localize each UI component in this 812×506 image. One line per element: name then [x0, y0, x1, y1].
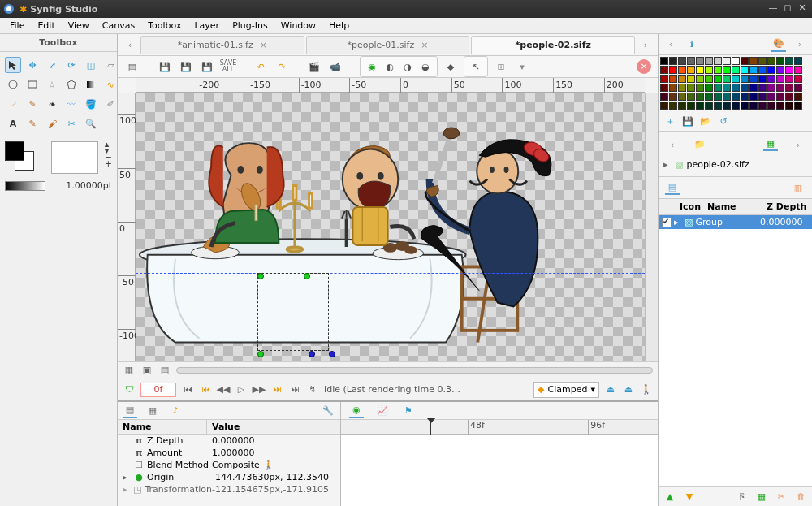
- tab-people-02[interactable]: *people-02.sifz: [471, 36, 635, 54]
- interpolation-dropdown[interactable]: ◆ Clamped ▾: [533, 382, 599, 398]
- palette-swatch[interactable]: [776, 102, 784, 110]
- palette-swatch[interactable]: [741, 93, 749, 101]
- param-row[interactable]: ▸◳Transformation-121.154675px,-171.9105: [118, 483, 340, 495]
- menu-file[interactable]: File: [3, 19, 31, 32]
- tool-zoom[interactable]: 🔍: [83, 115, 99, 132]
- param-value[interactable]: 1.000000: [212, 448, 335, 458]
- zoom-in-icon[interactable]: ▤: [158, 364, 171, 377]
- palette-swatch[interactable]: [732, 93, 740, 101]
- sets-tab-icon[interactable]: ▥: [791, 180, 806, 195]
- tool-brush[interactable]: 🖌: [44, 115, 60, 132]
- palette-swatch[interactable]: [705, 57, 713, 65]
- maximize-button[interactable]: ◻: [781, 2, 794, 15]
- menu-layer[interactable]: Layer: [188, 19, 226, 32]
- palette-swatch[interactable]: [767, 75, 775, 83]
- grid-menu-icon[interactable]: ▾: [514, 58, 530, 75]
- palette-swatch[interactable]: [714, 102, 722, 110]
- tool-eyedropper[interactable]: ✐: [102, 96, 119, 112]
- tab-nav-next[interactable]: ›: [637, 37, 654, 53]
- params-tab-icon[interactable]: ▤: [123, 404, 137, 418]
- palette-swatch[interactable]: [678, 84, 686, 92]
- palette-swatch[interactable]: [758, 102, 767, 110]
- header-zdepth[interactable]: Z Depth: [763, 199, 812, 214]
- palette-swatch[interactable]: [776, 57, 784, 65]
- palette-swatch[interactable]: [669, 102, 677, 110]
- layer-cut-icon[interactable]: ✂: [775, 490, 788, 503]
- palette-swatch[interactable]: [669, 84, 677, 92]
- palette-swatch[interactable]: [767, 93, 775, 101]
- tab-nav-prev[interactable]: ‹: [121, 37, 139, 53]
- onion-future-icon[interactable]: ◑: [400, 58, 416, 75]
- close-canvas-button[interactable]: ×: [637, 59, 651, 74]
- palette-swatch[interactable]: [741, 84, 749, 92]
- palette-swatch[interactable]: [767, 102, 775, 110]
- zoom-fit-icon[interactable]: ▦: [123, 364, 136, 377]
- palette-tab-icon[interactable]: 🎨: [771, 37, 786, 52]
- param-row[interactable]: πZ Depth0.000000: [118, 435, 340, 447]
- guide-horizontal[interactable]: [136, 273, 645, 274]
- palette-default-icon[interactable]: ↺: [717, 115, 730, 128]
- palette-swatch[interactable]: [749, 75, 758, 83]
- tool-polygon[interactable]: [63, 76, 80, 93]
- palette-add-icon[interactable]: ＋: [663, 115, 676, 128]
- palette-swatch[interactable]: [687, 102, 695, 110]
- palette-swatch[interactable]: [687, 84, 695, 92]
- redo-icon[interactable]: ↷: [274, 58, 290, 75]
- header-vis[interactable]: [659, 199, 676, 214]
- palette-swatch[interactable]: [723, 75, 731, 83]
- palette-swatch[interactable]: [794, 75, 802, 83]
- palette-swatch[interactable]: [705, 93, 713, 101]
- layers-tab-icon[interactable]: ▤: [665, 180, 680, 195]
- palette-swatch[interactable]: [767, 84, 775, 92]
- palette-swatch[interactable]: [794, 84, 802, 92]
- palette-swatch[interactable]: [767, 57, 775, 65]
- gradient-swatch[interactable]: [5, 181, 45, 191]
- layer-duplicate-icon[interactable]: ⎘: [736, 490, 749, 503]
- fill-color[interactable]: [5, 141, 24, 161]
- timeline-body[interactable]: [341, 435, 658, 506]
- palette-swatch[interactable]: [678, 75, 686, 83]
- palette-swatch[interactable]: [714, 66, 722, 74]
- palette-swatch[interactable]: [669, 66, 677, 74]
- tab-animatic[interactable]: *animatic-01.sifz×: [140, 36, 304, 54]
- palette-swatch[interactable]: [776, 84, 784, 92]
- palette-swatch[interactable]: [776, 93, 784, 101]
- save-all-icon[interactable]: 💾: [199, 58, 215, 75]
- canvas-tree-item[interactable]: ▸ ▧ people-02.sifz: [663, 158, 807, 171]
- frame-input[interactable]: [140, 383, 176, 397]
- nav-next-icon[interactable]: ›: [789, 136, 807, 153]
- snap-cursor-icon[interactable]: ↖: [468, 58, 484, 75]
- palette-save-icon[interactable]: 💾: [681, 115, 694, 128]
- canvas-browser-tab-icon[interactable]: ▦: [763, 136, 778, 151]
- keyframe-lock-icon-2[interactable]: ⏏: [622, 383, 635, 396]
- palette-swatch[interactable]: [794, 93, 802, 101]
- palette-swatch[interactable]: [785, 66, 793, 74]
- palette-swatch[interactable]: [741, 66, 749, 74]
- palette-swatch[interactable]: [696, 66, 704, 74]
- palette-swatch[interactable]: [758, 66, 767, 74]
- tool-spline[interactable]: ∿: [102, 76, 119, 93]
- stroke-width-value[interactable]: 1.00000pt: [50, 180, 112, 191]
- onion-past-icon[interactable]: ◐: [382, 58, 398, 75]
- tool-bone[interactable]: ⟋: [5, 96, 21, 112]
- navigator-tab-icon[interactable]: 📁: [693, 136, 707, 151]
- undo-icon[interactable]: ↶: [253, 58, 269, 75]
- tool-scale[interactable]: ⤢: [44, 57, 60, 73]
- palette-swatch[interactable]: [714, 57, 722, 65]
- palette-swatch[interactable]: [678, 66, 686, 74]
- handle-angle[interactable]: [329, 351, 335, 357]
- save-as-icon[interactable]: 💾: [178, 58, 194, 75]
- palette-swatch[interactable]: [705, 75, 713, 83]
- seek-prev-key-icon[interactable]: ⏮: [199, 383, 212, 396]
- menu-plugins[interactable]: Plug-Ins: [226, 19, 274, 32]
- shield-icon[interactable]: 🛡: [123, 383, 136, 396]
- keyframe-lock-icon[interactable]: ⏏: [604, 383, 617, 396]
- palette-swatch[interactable]: [705, 84, 713, 92]
- ruler-horizontal[interactable]: -200 -150 -100 -50 0 50 100 150 200: [136, 78, 645, 93]
- close-icon[interactable]: ×: [260, 40, 267, 50]
- header-name[interactable]: Name: [118, 420, 207, 434]
- param-value[interactable]: -144.473630px,-112.3540: [212, 472, 335, 482]
- tool-gradient[interactable]: [83, 76, 99, 93]
- animate-mode-icon[interactable]: 🚶: [640, 383, 653, 396]
- tool-mirror[interactable]: ◫: [83, 57, 99, 73]
